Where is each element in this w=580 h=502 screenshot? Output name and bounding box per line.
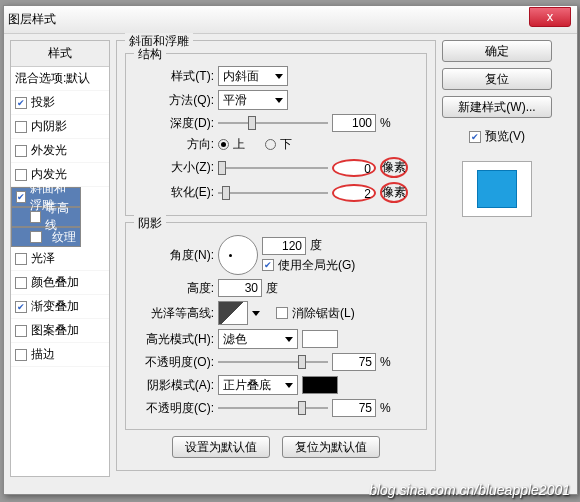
antialias-checkbox[interactable] — [276, 307, 288, 319]
effect-checkbox[interactable] — [15, 325, 27, 337]
effect-checkbox[interactable] — [30, 211, 41, 223]
sidebar-item[interactable]: 颜色叠加 — [11, 271, 109, 295]
antialias-label: 消除锯齿(L) — [292, 305, 355, 322]
shadow-mode-select[interactable]: 正片叠底 — [218, 375, 298, 395]
shadow-mode-label: 阴影模式(A): — [134, 377, 214, 394]
depth-slider[interactable] — [218, 116, 328, 130]
chevron-down-icon[interactable] — [252, 311, 260, 316]
size-input[interactable]: 0 — [332, 159, 376, 177]
sidebar-item-label: 投影 — [31, 94, 55, 111]
sidebar-item-label: 纹理 — [52, 229, 76, 246]
chevron-down-icon — [275, 74, 283, 79]
chevron-down-icon — [285, 337, 293, 342]
effect-checkbox[interactable] — [15, 349, 27, 361]
layer-style-dialog: 图层样式 x 样式 混合选项:默认投影内阴影外发光内发光斜面和浮雕等高线纹理光泽… — [3, 5, 578, 495]
style-label: 样式(T): — [134, 68, 214, 85]
sidebar-item-label: 内阴影 — [31, 118, 67, 135]
soften-slider[interactable] — [218, 186, 328, 200]
sidebar-item-label: 颜色叠加 — [31, 274, 79, 291]
angle-input[interactable]: 120 — [262, 237, 306, 255]
sidebar-item-label: 图案叠加 — [31, 322, 79, 339]
highlight-opacity-label: 不透明度(O): — [134, 354, 214, 371]
shadow-opacity-label: 不透明度(C): — [134, 400, 214, 417]
effect-checkbox[interactable] — [15, 169, 27, 181]
effect-checkbox[interactable] — [15, 145, 27, 157]
sidebar-item-label: 光泽 — [31, 250, 55, 267]
dir-up-radio[interactable] — [218, 139, 229, 150]
direction-label: 方向: — [134, 136, 214, 153]
sidebar-item[interactable]: 渐变叠加 — [11, 295, 109, 319]
effect-checkbox[interactable] — [15, 121, 27, 133]
sidebar-item[interactable]: 图案叠加 — [11, 319, 109, 343]
shadow-opacity-slider[interactable] — [218, 401, 328, 415]
global-light-label: 使用全局光(G) — [278, 257, 355, 274]
dialog-title: 图层样式 — [8, 11, 56, 28]
size-slider[interactable] — [218, 161, 328, 175]
reset-default-button[interactable]: 复位为默认值 — [282, 436, 380, 458]
sidebar-item[interactable]: 光泽 — [11, 247, 109, 271]
altitude-input[interactable]: 30 — [218, 279, 262, 297]
sidebar-item[interactable]: 描边 — [11, 343, 109, 367]
highlight-mode-label: 高光模式(H): — [134, 331, 214, 348]
depth-label: 深度(D): — [134, 115, 214, 132]
style-list-header: 样式 — [11, 41, 109, 67]
make-default-button[interactable]: 设置为默认值 — [172, 436, 270, 458]
watermark: blog.sina.com.cn/blueapple2001 — [369, 482, 570, 498]
effect-checkbox[interactable] — [15, 277, 27, 289]
shading-group: 阴影 角度(N): 120度 使用全局光(G) 高度:30度 光泽等高线:消除锯… — [125, 222, 427, 430]
title-bar[interactable]: 图层样式 x — [4, 6, 577, 34]
new-style-button[interactable]: 新建样式(W)... — [442, 96, 552, 118]
cancel-button[interactable]: 复位 — [442, 68, 552, 90]
technique-select[interactable]: 平滑 — [218, 90, 288, 110]
technique-label: 方法(Q): — [134, 92, 214, 109]
chevron-down-icon — [275, 98, 283, 103]
sidebar-item-label: 渐变叠加 — [31, 298, 79, 315]
sidebar-item[interactable]: 投影 — [11, 91, 109, 115]
angle-label: 角度(N): — [134, 247, 214, 264]
structure-legend: 结构 — [134, 46, 166, 63]
style-select[interactable]: 内斜面 — [218, 66, 288, 86]
dir-down-radio[interactable] — [265, 139, 276, 150]
effect-checkbox[interactable] — [15, 301, 27, 313]
depth-input[interactable]: 100 — [332, 114, 376, 132]
sidebar-item[interactable]: 混合选项:默认 — [11, 67, 109, 91]
bevel-panel: 斜面和浮雕 结构 样式(T):内斜面 方法(Q):平滑 深度(D):100% 方… — [116, 40, 436, 471]
angle-dial[interactable] — [218, 235, 258, 275]
gloss-contour-picker[interactable] — [218, 301, 248, 325]
shadow-opacity-input[interactable]: 75 — [332, 399, 376, 417]
preview-label: 预览(V) — [485, 128, 525, 145]
highlight-opacity-input[interactable]: 75 — [332, 353, 376, 371]
sidebar-item-label: 描边 — [31, 346, 55, 363]
gloss-contour-label: 光泽等高线: — [134, 305, 214, 322]
size-label: 大小(Z): — [134, 159, 214, 176]
sidebar-item[interactable]: 等高线 — [11, 207, 81, 227]
sidebar-item[interactable]: 内阴影 — [11, 115, 109, 139]
highlight-mode-select[interactable]: 滤色 — [218, 329, 298, 349]
effect-checkbox[interactable] — [16, 191, 26, 203]
structure-group: 结构 样式(T):内斜面 方法(Q):平滑 深度(D):100% 方向:上下 大… — [125, 53, 427, 216]
chevron-down-icon — [285, 383, 293, 388]
sidebar-item-label: 混合选项:默认 — [15, 70, 90, 87]
highlight-opacity-slider[interactable] — [218, 355, 328, 369]
soften-label: 软化(E): — [134, 184, 214, 201]
ok-button[interactable]: 确定 — [442, 40, 552, 62]
altitude-label: 高度: — [134, 280, 214, 297]
effect-checkbox[interactable] — [30, 231, 42, 243]
global-light-checkbox[interactable] — [262, 259, 274, 271]
sidebar-item-label: 外发光 — [31, 142, 67, 159]
close-button[interactable]: x — [529, 7, 571, 27]
highlight-color-swatch[interactable] — [302, 330, 338, 348]
preview-checkbox[interactable] — [469, 131, 481, 143]
shadow-color-swatch[interactable] — [302, 376, 338, 394]
soften-input[interactable]: 2 — [332, 184, 376, 202]
preview-swatch — [462, 161, 532, 217]
effect-checkbox[interactable] — [15, 253, 27, 265]
sidebar-item[interactable]: 外发光 — [11, 139, 109, 163]
shading-legend: 阴影 — [134, 215, 166, 232]
effect-checkbox[interactable] — [15, 97, 27, 109]
style-list: 样式 混合选项:默认投影内阴影外发光内发光斜面和浮雕等高线纹理光泽颜色叠加渐变叠… — [10, 40, 110, 477]
